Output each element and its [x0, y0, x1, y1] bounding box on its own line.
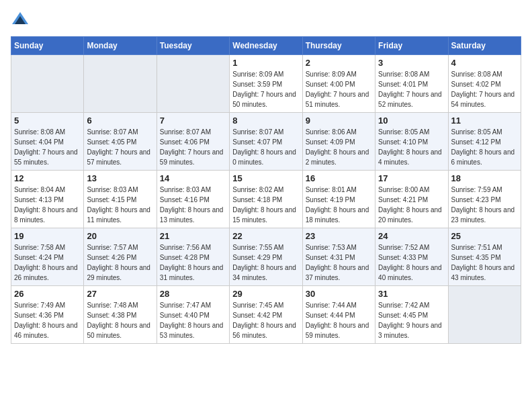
weekday-header-tuesday: Tuesday	[157, 37, 229, 55]
day-number: 8	[232, 116, 299, 126]
calendar-cell: 25 Sunrise: 7:51 AMSunset: 4:35 PMDaylig…	[448, 228, 521, 286]
day-number: 10	[378, 116, 445, 126]
day-info: Sunrise: 7:45 AMSunset: 4:42 PMDaylight:…	[232, 300, 299, 340]
day-info: Sunrise: 8:03 AMSunset: 4:15 PMDaylight:…	[87, 185, 153, 225]
day-info: Sunrise: 8:09 AMSunset: 3:59 PMDaylight:…	[232, 69, 299, 109]
calendar-cell: 3 Sunrise: 8:08 AMSunset: 4:01 PMDayligh…	[375, 55, 448, 113]
day-number: 31	[378, 289, 445, 299]
day-number: 20	[87, 231, 153, 241]
weekday-header-wednesday: Wednesday	[230, 37, 302, 55]
calendar-cell: 17 Sunrise: 8:00 AMSunset: 4:21 PMDaylig…	[375, 171, 448, 228]
calendar-cell: 1 Sunrise: 8:09 AMSunset: 3:59 PMDayligh…	[230, 55, 302, 113]
calendar-cell: 18 Sunrise: 7:59 AMSunset: 4:23 PMDaylig…	[448, 171, 521, 228]
weekday-header-friday: Friday	[375, 37, 448, 55]
day-info: Sunrise: 8:08 AMSunset: 4:02 PMDaylight:…	[451, 69, 518, 109]
day-number: 4	[451, 58, 518, 68]
calendar-cell: 23 Sunrise: 7:53 AMSunset: 4:31 PMDaylig…	[302, 228, 375, 286]
calendar-table: SundayMondayTuesdayWednesdayThursdayFrid…	[11, 36, 521, 344]
day-info: Sunrise: 7:47 AMSunset: 4:40 PMDaylight:…	[160, 300, 226, 340]
day-info: Sunrise: 8:05 AMSunset: 4:12 PMDaylight:…	[451, 127, 518, 167]
calendar-week-2: 5 Sunrise: 8:08 AMSunset: 4:04 PMDayligh…	[11, 113, 521, 171]
day-number: 2	[306, 58, 372, 68]
day-number: 1	[232, 58, 299, 68]
calendar-week-5: 26 Sunrise: 7:49 AMSunset: 4:36 PMDaylig…	[11, 286, 521, 344]
day-number: 15	[232, 173, 299, 183]
day-info: Sunrise: 8:04 AMSunset: 4:13 PMDaylight:…	[14, 185, 81, 225]
calendar-cell: 19 Sunrise: 7:58 AMSunset: 4:24 PMDaylig…	[11, 228, 84, 286]
day-info: Sunrise: 7:42 AMSunset: 4:45 PMDaylight:…	[378, 300, 445, 340]
calendar-cell: 11 Sunrise: 8:05 AMSunset: 4:12 PMDaylig…	[448, 113, 521, 171]
day-number: 26	[14, 289, 81, 299]
calendar-cell: 4 Sunrise: 8:08 AMSunset: 4:02 PMDayligh…	[448, 55, 521, 113]
weekday-header-monday: Monday	[84, 37, 157, 55]
calendar-cell: 26 Sunrise: 7:49 AMSunset: 4:36 PMDaylig…	[11, 286, 84, 344]
calendar-cell: 28 Sunrise: 7:47 AMSunset: 4:40 PMDaylig…	[157, 286, 229, 344]
calendar-cell: 31 Sunrise: 7:42 AMSunset: 4:45 PMDaylig…	[375, 286, 448, 344]
calendar-cell: 20 Sunrise: 7:57 AMSunset: 4:26 PMDaylig…	[84, 228, 157, 286]
day-number: 19	[14, 231, 81, 241]
calendar-cell: 6 Sunrise: 8:07 AMSunset: 4:05 PMDayligh…	[84, 113, 157, 171]
calendar-cell: 22 Sunrise: 7:55 AMSunset: 4:29 PMDaylig…	[230, 228, 302, 286]
calendar-cell	[448, 286, 521, 344]
calendar-body: 1 Sunrise: 8:09 AMSunset: 3:59 PMDayligh…	[11, 55, 521, 344]
calendar-cell	[11, 55, 84, 113]
logo	[11, 11, 32, 30]
day-info: Sunrise: 8:02 AMSunset: 4:18 PMDaylight:…	[232, 185, 299, 225]
day-info: Sunrise: 8:00 AMSunset: 4:21 PMDaylight:…	[378, 185, 445, 225]
day-info: Sunrise: 7:58 AMSunset: 4:24 PMDaylight:…	[14, 242, 81, 283]
day-info: Sunrise: 7:57 AMSunset: 4:26 PMDaylight:…	[87, 242, 153, 283]
day-info: Sunrise: 7:55 AMSunset: 4:29 PMDaylight:…	[232, 242, 299, 283]
day-number: 13	[87, 173, 153, 183]
calendar-cell	[84, 55, 157, 113]
logo-icon	[11, 11, 30, 30]
calendar-cell: 7 Sunrise: 8:07 AMSunset: 4:06 PMDayligh…	[157, 113, 229, 171]
day-number: 5	[14, 116, 81, 126]
day-number: 24	[378, 231, 445, 241]
weekday-header-thursday: Thursday	[302, 37, 375, 55]
calendar-cell: 2 Sunrise: 8:09 AMSunset: 4:00 PMDayligh…	[302, 55, 375, 113]
calendar-cell: 12 Sunrise: 8:04 AMSunset: 4:13 PMDaylig…	[11, 171, 84, 228]
calendar-week-1: 1 Sunrise: 8:09 AMSunset: 3:59 PMDayligh…	[11, 55, 521, 113]
day-number: 7	[160, 116, 226, 126]
day-info: Sunrise: 7:49 AMSunset: 4:36 PMDaylight:…	[14, 300, 81, 340]
day-number: 9	[306, 116, 372, 126]
day-info: Sunrise: 7:48 AMSunset: 4:38 PMDaylight:…	[87, 300, 153, 340]
day-number: 16	[306, 173, 372, 183]
calendar-cell	[157, 55, 229, 113]
calendar-cell: 21 Sunrise: 7:56 AMSunset: 4:28 PMDaylig…	[157, 228, 229, 286]
calendar-cell: 24 Sunrise: 7:52 AMSunset: 4:33 PMDaylig…	[375, 228, 448, 286]
day-info: Sunrise: 8:09 AMSunset: 4:00 PMDaylight:…	[306, 69, 372, 109]
day-info: Sunrise: 8:06 AMSunset: 4:09 PMDaylight:…	[306, 127, 372, 167]
calendar-cell: 13 Sunrise: 8:03 AMSunset: 4:15 PMDaylig…	[84, 171, 157, 228]
day-number: 28	[160, 289, 226, 299]
calendar-cell: 15 Sunrise: 8:02 AMSunset: 4:18 PMDaylig…	[230, 171, 302, 228]
weekday-header-saturday: Saturday	[448, 37, 521, 55]
day-number: 12	[14, 173, 81, 183]
day-info: Sunrise: 8:08 AMSunset: 4:01 PMDaylight:…	[378, 69, 445, 109]
day-info: Sunrise: 7:56 AMSunset: 4:28 PMDaylight:…	[160, 242, 226, 283]
day-info: Sunrise: 8:07 AMSunset: 4:07 PMDaylight:…	[232, 127, 299, 167]
calendar-cell: 8 Sunrise: 8:07 AMSunset: 4:07 PMDayligh…	[230, 113, 302, 171]
day-number: 23	[306, 231, 372, 241]
day-number: 6	[87, 116, 153, 126]
day-number: 29	[232, 289, 299, 299]
calendar-cell: 9 Sunrise: 8:06 AMSunset: 4:09 PMDayligh…	[302, 113, 375, 171]
weekday-header-sunday: Sunday	[11, 37, 84, 55]
day-number: 22	[232, 231, 299, 241]
page-header	[11, 11, 521, 30]
day-info: Sunrise: 8:07 AMSunset: 4:06 PMDaylight:…	[160, 127, 226, 167]
day-info: Sunrise: 7:51 AMSunset: 4:35 PMDaylight:…	[451, 242, 518, 283]
day-number: 21	[160, 231, 226, 241]
day-info: Sunrise: 8:05 AMSunset: 4:10 PMDaylight:…	[378, 127, 445, 167]
day-info: Sunrise: 8:03 AMSunset: 4:16 PMDaylight:…	[160, 185, 226, 225]
day-info: Sunrise: 7:44 AMSunset: 4:44 PMDaylight:…	[306, 300, 372, 340]
day-number: 14	[160, 173, 226, 183]
calendar-cell: 27 Sunrise: 7:48 AMSunset: 4:38 PMDaylig…	[84, 286, 157, 344]
day-info: Sunrise: 7:59 AMSunset: 4:23 PMDaylight:…	[451, 185, 518, 225]
calendar-header-row: SundayMondayTuesdayWednesdayThursdayFrid…	[11, 37, 521, 55]
day-info: Sunrise: 8:01 AMSunset: 4:19 PMDaylight:…	[306, 185, 372, 225]
calendar-cell: 5 Sunrise: 8:08 AMSunset: 4:04 PMDayligh…	[11, 113, 84, 171]
calendar-cell: 16 Sunrise: 8:01 AMSunset: 4:19 PMDaylig…	[302, 171, 375, 228]
calendar-cell: 29 Sunrise: 7:45 AMSunset: 4:42 PMDaylig…	[230, 286, 302, 344]
calendar-cell: 30 Sunrise: 7:44 AMSunset: 4:44 PMDaylig…	[302, 286, 375, 344]
